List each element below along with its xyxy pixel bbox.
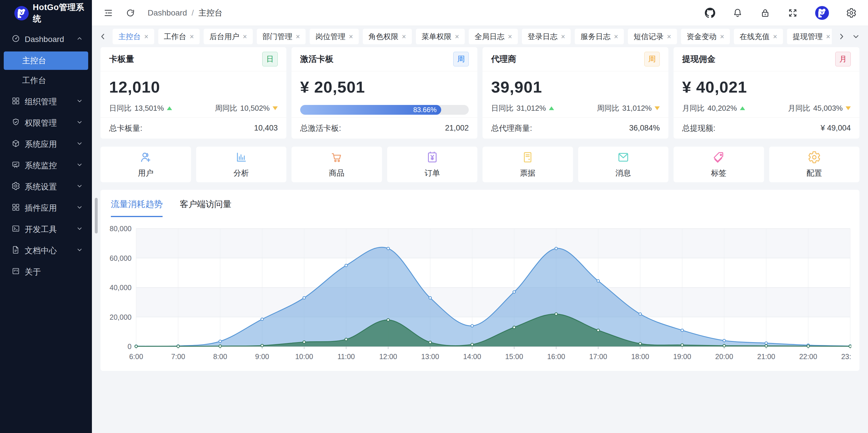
sidebar-subitem-console[interactable]: 主控台 xyxy=(4,52,88,70)
sidebar-item-perm[interactable]: 权限管理 xyxy=(0,112,92,134)
sidebar-item-label: Dashboard xyxy=(25,35,71,44)
close-icon[interactable]: × xyxy=(243,33,247,40)
shortcut-goods[interactable]: 商品 xyxy=(291,147,382,182)
tabs-next-icon[interactable] xyxy=(837,32,846,41)
tab-label: 岗位管理 xyxy=(315,32,345,42)
fullscreen-icon[interactable] xyxy=(787,8,798,18)
breadcrumb-root[interactable]: Dashboard xyxy=(148,8,187,18)
tab-globallog[interactable]: 全局日志× xyxy=(469,29,518,44)
tab-workbench[interactable]: 工作台× xyxy=(158,29,200,44)
breadcrumb-separator: / xyxy=(192,8,194,18)
trend-label: 月同比 xyxy=(682,103,705,113)
shortcut-tags[interactable]: 标签 xyxy=(674,147,764,182)
doc-icon xyxy=(11,246,20,256)
tab-console[interactable]: 主控台× xyxy=(113,29,154,44)
stat-footer-value: 21,002 xyxy=(445,124,469,133)
shortcut-orders[interactable]: 订单 xyxy=(387,147,478,182)
bell-icon[interactable] xyxy=(733,8,743,18)
sidebar-item-sysset[interactable]: 系统设置 xyxy=(0,176,92,198)
close-icon[interactable]: × xyxy=(296,33,300,40)
close-icon[interactable]: × xyxy=(720,33,724,40)
stat-footer-label: 总提现额: xyxy=(682,123,715,134)
sidebar-item-dashboard[interactable]: Dashboard xyxy=(0,29,92,50)
period-badge[interactable]: 月 xyxy=(835,52,851,66)
frame-icon xyxy=(11,267,20,278)
tab-admins[interactable]: 后台用户× xyxy=(204,29,253,44)
tab-servlog[interactable]: 服务日志× xyxy=(575,29,624,44)
chart-tab-clients[interactable]: 客户端访问量 xyxy=(180,198,231,217)
sidebar-item-devtool[interactable]: 开发工具 xyxy=(0,219,92,240)
menu-fold-icon[interactable] xyxy=(103,8,113,18)
shortcut-config[interactable]: 配置 xyxy=(769,147,860,182)
tab-menuperm[interactable]: 菜单权限× xyxy=(416,29,465,44)
trend-up-icon xyxy=(167,106,172,110)
tab-role[interactable]: 角色权限× xyxy=(363,29,412,44)
close-icon[interactable]: × xyxy=(190,33,194,40)
close-icon[interactable]: × xyxy=(773,33,777,40)
tab-sms[interactable]: 短信记录× xyxy=(628,29,677,44)
stat-card-activated: 激活卡板周¥ 20,50183.66%总激活卡板:21,002 xyxy=(291,47,477,139)
shortcut-label: 消息 xyxy=(616,168,631,178)
period-badge[interactable]: 日 xyxy=(262,52,278,66)
svg-text:0: 0 xyxy=(127,342,131,350)
scrollbar-thumb[interactable] xyxy=(95,198,98,233)
close-icon[interactable]: × xyxy=(455,33,459,40)
refresh-icon[interactable] xyxy=(126,8,135,18)
tab-post[interactable]: 岗位管理× xyxy=(310,29,359,44)
tab-label: 服务日志 xyxy=(581,32,610,42)
tab-withdraw[interactable]: 提现管理× xyxy=(787,29,832,44)
icon-tag-icon xyxy=(712,151,725,165)
close-icon[interactable]: × xyxy=(508,33,512,40)
trend-value: 31,012% xyxy=(517,104,546,113)
sidebar-item-label: 插件应用 xyxy=(25,203,71,213)
close-icon[interactable]: × xyxy=(826,33,830,40)
sidebar-item-sysmon[interactable]: 系统监控 xyxy=(0,155,92,176)
settings-icon[interactable] xyxy=(846,8,857,18)
github-icon[interactable] xyxy=(705,8,715,18)
app-title: HotGo管理系统 xyxy=(33,2,92,25)
shortcut-label: 标签 xyxy=(711,168,726,178)
close-icon[interactable]: × xyxy=(349,33,353,40)
sidebar: HotGo管理系统 Dashboard主控台工作台组织管理权限管理系统应用系统监… xyxy=(0,0,92,433)
tab-loginlog[interactable]: 登录日志× xyxy=(522,29,571,44)
breadcrumb: Dashboard / 主控台 xyxy=(148,7,223,19)
close-icon[interactable]: × xyxy=(667,33,671,40)
sidebar-subitem-workbench[interactable]: 工作台 xyxy=(4,71,88,90)
shortcut-invoice[interactable]: 票据 xyxy=(483,147,573,182)
tab-label: 工作台 xyxy=(164,32,186,42)
sidebar-item-plugin[interactable]: 插件应用 xyxy=(0,198,92,219)
icon-user-add-icon xyxy=(139,151,152,165)
gear-icon xyxy=(11,182,20,192)
shortcut-analysis[interactable]: 分析 xyxy=(196,147,287,182)
tabs-more-icon[interactable] xyxy=(851,32,861,41)
tab-funds[interactable]: 资金变动× xyxy=(681,29,730,44)
close-icon[interactable]: × xyxy=(614,33,618,40)
shortcut-users[interactable]: 用户 xyxy=(100,147,191,182)
lock-icon[interactable] xyxy=(760,8,770,18)
close-icon[interactable]: × xyxy=(402,33,406,40)
sidebar-item-org[interactable]: 组织管理 xyxy=(0,91,92,112)
icon-mail-icon xyxy=(617,151,630,165)
period-badge[interactable]: 周 xyxy=(453,52,469,66)
period-badge[interactable]: 周 xyxy=(644,52,660,66)
trend-down: 周同比31,012% xyxy=(597,103,660,113)
sidebar-item-about[interactable]: 关于 xyxy=(0,261,92,283)
tab-label: 全局日志 xyxy=(474,32,504,42)
sidebar-item-sysapp[interactable]: 系统应用 xyxy=(0,134,92,155)
close-icon[interactable]: × xyxy=(561,33,565,40)
tabs-prev-icon[interactable] xyxy=(98,32,107,41)
trend-down: 月同比45,003% xyxy=(788,103,851,113)
svg-text:15:00: 15:00 xyxy=(505,352,523,360)
tab-dept[interactable]: 部门管理× xyxy=(257,29,306,44)
svg-text:19:00: 19:00 xyxy=(673,352,691,360)
logo[interactable]: HotGo管理系统 xyxy=(0,0,92,26)
close-icon[interactable]: × xyxy=(144,33,149,40)
shortcut-message[interactable]: 消息 xyxy=(578,147,669,182)
avatar[interactable] xyxy=(815,6,829,20)
tab-recharge[interactable]: 在线充值× xyxy=(734,29,783,44)
stat-cards: 卡板量日12,010日同比13,501%周同比10,502%总卡板量:10,40… xyxy=(100,47,859,139)
shortcuts: 用户分析商品订单票据消息标签配置 xyxy=(100,147,859,182)
sidebar-item-docs[interactable]: 文档中心 xyxy=(0,240,92,261)
chart-tab-traffic[interactable]: 流量消耗趋势 xyxy=(111,198,162,217)
chart-card: 流量消耗趋势客户端访问量 020,00040,00060,00080,0006:… xyxy=(100,190,859,371)
